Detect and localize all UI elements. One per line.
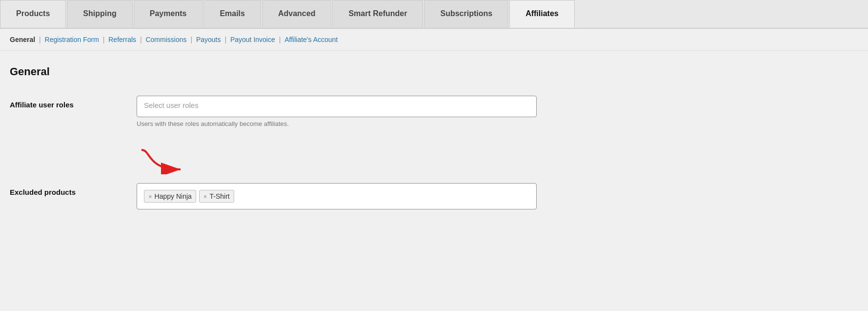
excluded-products-label: Excluded products: [10, 183, 137, 196]
sub-navigation: General | Registration Form | Referrals …: [0, 29, 868, 51]
tab-advanced[interactable]: Advanced: [262, 0, 331, 28]
tag-happy-ninja-label: Happy Ninja: [155, 192, 192, 200]
subnav-commissions[interactable]: Commissions: [145, 36, 186, 43]
subnav-payout-invoice[interactable]: Payout Invoice: [230, 36, 275, 43]
affiliate-user-roles-row: Affiliate user roles Select user roles U…: [10, 96, 693, 127]
affiliate-user-roles-label: Affiliate user roles: [10, 96, 137, 109]
subnav-payouts[interactable]: Payouts: [196, 36, 221, 43]
excluded-products-row: Excluded products × Happy Ninja × T-Shir…: [10, 183, 693, 209]
tag-t-shirt-remove[interactable]: ×: [203, 193, 207, 200]
excluded-products-field: × Happy Ninja × T-Shirt: [137, 183, 537, 209]
affiliate-user-roles-field: Select user roles Users with these roles…: [137, 96, 537, 127]
sep-6: |: [279, 36, 283, 43]
subnav-affiliates-account[interactable]: Affiliate's Account: [284, 36, 338, 43]
tab-shipping[interactable]: Shipping: [67, 0, 132, 28]
tab-bar: Products Shipping Payments Emails Advanc…: [0, 0, 868, 29]
subnav-registration-form[interactable]: Registration Form: [45, 36, 99, 43]
sep-5: |: [224, 36, 228, 43]
sep-3: |: [140, 36, 144, 43]
excluded-products-input[interactable]: × Happy Ninja × T-Shirt: [137, 183, 537, 209]
subnav-referrals[interactable]: Referrals: [108, 36, 136, 43]
tag-t-shirt[interactable]: × T-Shirt: [199, 190, 234, 203]
tag-happy-ninja[interactable]: × Happy Ninja: [144, 190, 196, 203]
subnav-current: General: [10, 36, 35, 43]
sep-2: |: [103, 36, 107, 43]
tab-subscriptions[interactable]: Subscriptions: [424, 0, 508, 28]
tab-smart-refunder[interactable]: Smart Refunder: [332, 0, 423, 28]
tab-products[interactable]: Products: [0, 0, 66, 28]
main-content: General Affiliate user roles Select user…: [0, 51, 868, 295]
arrow-indicator: [137, 145, 858, 174]
tab-emails[interactable]: Emails: [203, 0, 261, 28]
affiliate-user-roles-input[interactable]: Select user roles: [137, 96, 537, 117]
affiliate-user-roles-description: Users with these roles automatically bec…: [137, 120, 537, 127]
tab-payments[interactable]: Payments: [134, 0, 203, 28]
tab-affiliates[interactable]: Affiliates: [509, 0, 575, 28]
sep-1: |: [39, 36, 43, 43]
tag-t-shirt-label: T-Shirt: [209, 192, 229, 200]
red-arrow-icon: [137, 145, 195, 174]
section-title: General: [10, 65, 858, 78]
sep-4: |: [190, 36, 194, 43]
tag-happy-ninja-remove[interactable]: ×: [148, 193, 152, 200]
